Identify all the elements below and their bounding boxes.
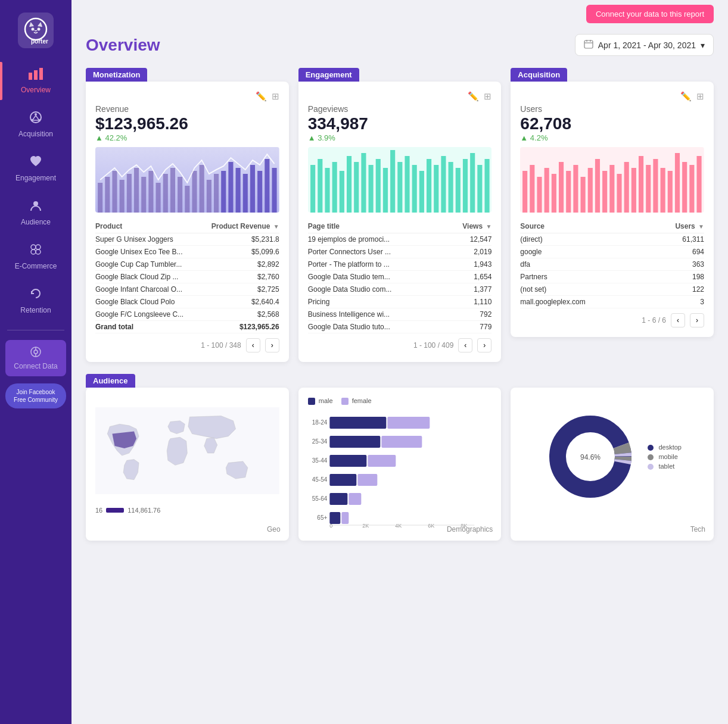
sidebar-item-label: Audience	[21, 218, 51, 226]
product-revenue: $2,568	[199, 308, 279, 320]
audience-cards-row: 16 114,861.76 Geo male	[86, 388, 714, 541]
svg-rect-87	[566, 171, 571, 213]
calendar-icon	[584, 39, 593, 51]
geo-map	[95, 397, 279, 504]
page-title: Overview	[86, 36, 160, 55]
page-name: Google Data Studio tem...	[308, 270, 444, 283]
svg-rect-61	[354, 162, 359, 213]
svg-rect-68	[405, 156, 409, 213]
table-row: Google Cup Cap Tumbler...$2,892	[95, 258, 279, 270]
svg-rect-45	[214, 174, 219, 213]
acquisition-icon	[29, 111, 42, 127]
sidebar-item-audience[interactable]: Audience	[0, 193, 71, 232]
table-row: Google Infant Charcoal O...$2,725	[95, 283, 279, 295]
monetization-pagination: 1 - 100 / 348 ‹ ›	[95, 338, 279, 352]
map-value: 114,861.76	[127, 507, 160, 514]
grand-total-label: Grand total	[95, 320, 199, 333]
table-row: Google Data Studio tuto...779	[308, 320, 492, 333]
monetization-section-label: Monetization	[86, 68, 147, 82]
sidebar-item-label: Overview	[21, 86, 51, 94]
edit-icon[interactable]: ✏️	[680, 91, 692, 102]
svg-rect-78	[477, 165, 482, 213]
svg-rect-37	[156, 183, 161, 213]
svg-rect-58	[332, 162, 337, 213]
svg-rect-31	[112, 171, 117, 213]
svg-rect-104	[690, 165, 695, 213]
views-value: 1,943	[444, 258, 492, 270]
prev-btn[interactable]: ‹	[458, 338, 472, 352]
prev-btn[interactable]: ‹	[671, 313, 685, 327]
col-users: Users ▼	[648, 220, 704, 233]
users-value: 122	[648, 283, 704, 295]
svg-rect-55	[310, 165, 315, 213]
svg-point-9	[35, 113, 37, 116]
svg-point-18	[31, 249, 36, 254]
svg-rect-24	[584, 40, 593, 48]
svg-rect-34	[134, 168, 139, 213]
next-btn[interactable]: ›	[477, 338, 491, 352]
share-icon[interactable]: ⊞	[272, 91, 279, 102]
sidebar-item-overview[interactable]: Overview	[0, 62, 71, 100]
audience-section-label: Audience	[86, 374, 135, 388]
svg-rect-49	[243, 174, 248, 213]
svg-rect-118	[329, 512, 340, 524]
sort-icon: ▼	[486, 223, 491, 230]
connect-report-btn[interactable]: Connect your data to this report	[586, 5, 714, 23]
next-btn[interactable]: ›	[690, 313, 704, 327]
retention-icon	[29, 287, 42, 304]
page-name: Business Intelligence wi...	[308, 308, 444, 320]
svg-rect-91	[595, 159, 600, 213]
svg-text:6K: 6K	[428, 523, 434, 529]
svg-rect-50	[250, 165, 255, 213]
views-value: 2,019	[444, 245, 492, 258]
table-row: Google Data Studio com...1,377	[308, 283, 492, 295]
sidebar-item-acquisition[interactable]: Acquisition	[0, 105, 71, 144]
prev-btn[interactable]: ‹	[246, 338, 260, 352]
svg-point-19	[36, 249, 41, 254]
source-name: (direct)	[520, 233, 648, 245]
sidebar-item-ecommerce[interactable]: E-Commerce	[0, 237, 71, 276]
audience-section: Audience	[86, 374, 714, 541]
sidebar-item-retention[interactable]: Retention	[0, 281, 71, 320]
share-icon[interactable]: ⊞	[696, 91, 704, 102]
svg-rect-113	[329, 417, 386, 429]
tech-card: 94.6% desktop mobile	[511, 388, 714, 541]
connect-data-item[interactable]: Connect Data	[5, 340, 66, 376]
monetization-chart	[95, 147, 279, 213]
sidebar-item-engagement[interactable]: Engagement	[0, 149, 71, 188]
svg-rect-79	[484, 159, 489, 213]
tech-chart-area: 94.6% desktop mobile	[520, 397, 704, 516]
svg-text:porter: porter	[31, 38, 48, 45]
svg-rect-125	[341, 512, 349, 524]
date-picker[interactable]: Apr 1, 2021 - Apr 30, 2021 ▾	[575, 34, 714, 56]
page-name: Pricing	[308, 295, 444, 308]
svg-line-13	[36, 116, 39, 120]
svg-rect-48	[236, 168, 241, 213]
edit-icon[interactable]: ✏️	[256, 91, 267, 102]
svg-point-15	[33, 201, 38, 206]
svg-rect-94	[617, 174, 622, 213]
edit-icon[interactable]: ✏️	[468, 91, 479, 102]
svg-text:2K: 2K	[362, 523, 369, 529]
map-footer-bar	[106, 508, 124, 513]
table-row: Google Unisex Eco Tee B...$5,099.6	[95, 245, 279, 258]
next-btn[interactable]: ›	[265, 338, 279, 352]
table-row: google694	[520, 245, 704, 258]
audience-icon	[29, 199, 42, 216]
users-value: 3	[648, 295, 704, 308]
facebook-community-btn[interactable]: Join Facebook Free Community	[5, 383, 66, 408]
svg-rect-121	[381, 436, 422, 448]
page-name: 19 ejemplos de promoci...	[308, 233, 444, 245]
svg-rect-47	[228, 162, 233, 213]
col-source: Source	[520, 220, 648, 233]
svg-rect-116	[329, 474, 356, 486]
svg-rect-82	[530, 165, 535, 213]
mobile-dot	[648, 454, 654, 460]
col-views: Views ▼	[444, 220, 492, 233]
acquisition-card: ✏️ ⊞ Users 62,708 4.2%	[511, 82, 714, 337]
product-revenue: $2,640.4	[199, 295, 279, 308]
metric-value: $123,965.26	[95, 115, 279, 133]
date-range-text: Apr 1, 2021 - Apr 30, 2021	[598, 40, 696, 50]
share-icon[interactable]: ⊞	[484, 91, 491, 102]
svg-rect-30	[105, 177, 110, 213]
